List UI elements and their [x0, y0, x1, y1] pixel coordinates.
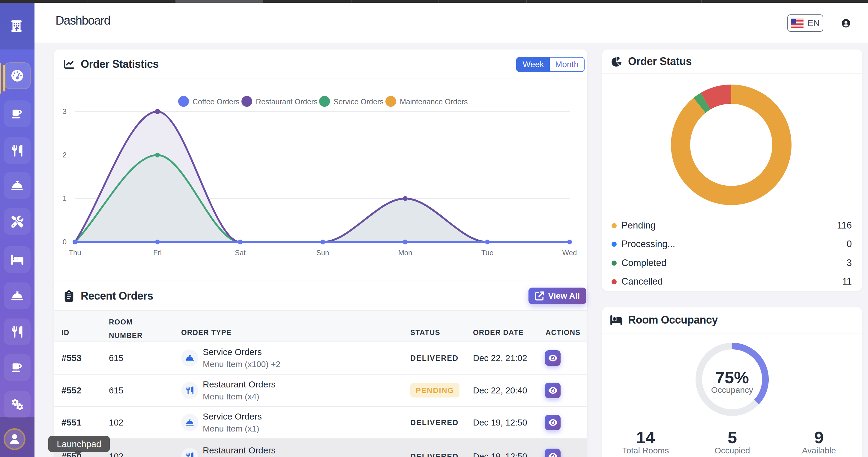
svg-text:Thu: Thu — [69, 249, 81, 257]
svg-text:Fri: Fri — [153, 249, 162, 257]
svg-text:Restaurant Orders: Restaurant Orders — [256, 97, 318, 106]
svg-text:Sun: Sun — [316, 249, 329, 257]
svg-text:3: 3 — [63, 107, 67, 116]
svg-text:Service Orders: Service Orders — [334, 97, 383, 106]
svg-text:Maintenance Orders: Maintenance Orders — [400, 97, 468, 106]
svg-text:Tue: Tue — [482, 249, 493, 257]
svg-text:Sat: Sat — [235, 249, 246, 257]
svg-text:Occupancy: Occupancy — [711, 385, 753, 395]
svg-text:75%: 75% — [715, 368, 749, 387]
svg-text:Mon: Mon — [398, 249, 412, 257]
svg-text:2: 2 — [63, 151, 67, 159]
svg-text:0: 0 — [63, 238, 67, 246]
svg-text:Wed: Wed — [562, 249, 577, 257]
svg-text:Coffee Orders: Coffee Orders — [192, 97, 240, 106]
svg-text:1: 1 — [63, 194, 67, 202]
